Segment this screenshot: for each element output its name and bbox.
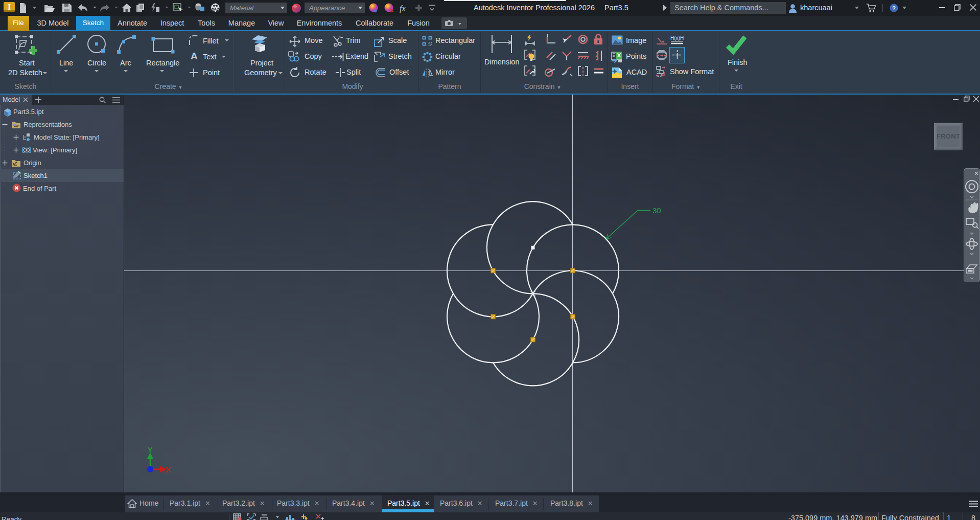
svg-text:30: 30 <box>652 206 661 215</box>
svg-text:I: I <box>8 3 11 11</box>
svg-text:fx: fx <box>400 4 406 13</box>
svg-text:?: ? <box>892 5 896 11</box>
svg-text:Y: Y <box>148 446 153 454</box>
svg-text:H(x)H: H(x)H <box>670 35 684 41</box>
svg-text:X: X <box>166 465 171 474</box>
